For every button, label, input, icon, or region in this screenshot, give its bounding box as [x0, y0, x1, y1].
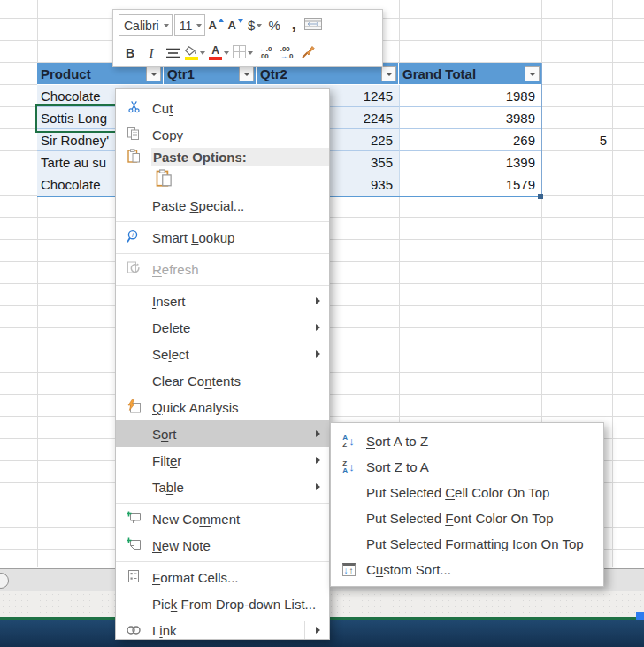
- menu-item-copy[interactable]: Copy: [116, 121, 329, 148]
- submenu-item-sort-z-to-a[interactable]: ZA↓Sort Z to A: [331, 454, 603, 480]
- fill-color-button[interactable]: [185, 42, 205, 64]
- shrink-font-button[interactable]: A: [226, 15, 244, 36]
- chevron-down-icon: [386, 73, 393, 76]
- menu-item-label: Cut: [151, 101, 329, 116]
- new-note-icon: [126, 537, 142, 554]
- chevron-down-icon: [257, 24, 262, 27]
- menu-item-smart-lookup[interactable]: iSmart Lookup: [116, 224, 329, 250]
- menu-item-label: Paste Special...: [151, 198, 329, 213]
- submenu-arrow-icon: [316, 324, 320, 331]
- chevron-down-icon: [248, 51, 253, 55]
- context-menu: CutCopyPaste Options:Paste Special...iSm…: [115, 88, 330, 640]
- menu-item-clear-contents[interactable]: Clear Contents: [116, 367, 329, 394]
- font-name-combo[interactable]: Calibri: [119, 14, 172, 36]
- group-label-text: Paste Options:: [151, 148, 329, 166]
- submenu-item-cell-color-on-top[interactable]: Put Selected Cell Color On Top: [331, 480, 603, 505]
- cell-grand-total[interactable]: 269: [399, 129, 541, 151]
- submenu-item-custom-sort[interactable]: ↓↑Custom Sort...: [331, 557, 603, 582]
- submenu-arrow-icon: [316, 457, 320, 464]
- increase-decimal-icon: .00→.0: [280, 46, 294, 60]
- submenu-item-font-color-on-top[interactable]: Put Selected Font Color On Top: [331, 505, 603, 531]
- menu-item-label: Format Cells...: [151, 570, 329, 585]
- menu-item-quick-analysis[interactable]: Quick Analysis: [116, 394, 329, 420]
- menu-item-delete[interactable]: Delete: [116, 314, 329, 341]
- new-comment-icon: [126, 511, 142, 528]
- sort-submenu: AZ↓Sort A to ZZA↓Sort Z to APut Selected…: [330, 422, 604, 587]
- accounting-format-button[interactable]: $: [246, 15, 264, 36]
- menu-item-new-note[interactable]: New Note: [116, 532, 329, 558]
- menu-item-link[interactable]: Link: [116, 617, 329, 640]
- menu-item-filter[interactable]: Filter: [116, 447, 329, 474]
- filter-button[interactable]: [381, 66, 396, 81]
- table-resize-handle[interactable]: [538, 194, 543, 199]
- center-align-button[interactable]: [164, 42, 181, 64]
- submenu-arrow-icon: [316, 483, 320, 490]
- link-icon: [126, 623, 142, 638]
- increase-decimal-button[interactable]: .00→.0: [278, 42, 295, 64]
- cell-grand-total[interactable]: 1399: [399, 151, 541, 173]
- center-align-icon: [166, 46, 180, 61]
- submenu-item-sort-a-to-z[interactable]: AZ↓Sort A to Z: [331, 428, 603, 454]
- format-painter-button[interactable]: [299, 42, 317, 64]
- gridline-vertical: [612, 0, 613, 567]
- cell-grand-total[interactable]: 1579: [399, 173, 541, 196]
- combo-value: Calibri: [124, 19, 159, 33]
- comma-style-button[interactable]: ,: [285, 15, 303, 36]
- menu-item-label: Link: [151, 623, 329, 638]
- filter-button[interactable]: [146, 66, 161, 81]
- decrease-decimal-button[interactable]: ←.0.00: [257, 42, 274, 64]
- smart-lookup-icon: i: [126, 229, 142, 246]
- font-color-button[interactable]: A: [209, 42, 229, 64]
- menu-item-label: Pick From Drop-down List...: [151, 597, 329, 612]
- menu-item-label: Delete: [151, 320, 329, 335]
- chevron-down-icon: [200, 51, 205, 55]
- borders-button[interactable]: [233, 42, 253, 64]
- menu-item-label: New Note: [151, 538, 329, 553]
- button-glyph: A: [211, 46, 219, 56]
- menu-item-label: Insert: [151, 294, 329, 309]
- menu-item-label: New Comment: [151, 512, 329, 527]
- filter-button[interactable]: [239, 66, 254, 81]
- submenu-item-label: Sort Z to A: [366, 459, 603, 474]
- menu-item-select[interactable]: Select: [116, 341, 329, 367]
- font-size-combo[interactable]: 11: [174, 14, 206, 36]
- paste-keep-source-formatting-button[interactable]: [151, 166, 176, 191]
- menu-item-paste-special[interactable]: Paste Special...: [116, 192, 329, 219]
- refresh-icon: [126, 261, 141, 278]
- fill-color-icon: [185, 46, 198, 60]
- chevron-down-icon: [529, 73, 536, 76]
- submenu-item-formatting-icon-on-top[interactable]: Put Selected Formatting Icon On Top: [331, 531, 603, 557]
- excel-screen: ProductQtr1Qtr2Grand Total Chocolate1245…: [0, 0, 644, 647]
- table-autofit-icon: [304, 18, 322, 33]
- menu-item-pick-from-list[interactable]: Pick From Drop-down List...: [116, 590, 329, 617]
- menu-item-label: Filter: [151, 453, 329, 468]
- column-header-label: Grand Total: [402, 66, 476, 81]
- filter-button[interactable]: [525, 66, 540, 81]
- menu-item-label: Clear Contents: [151, 374, 329, 389]
- italic-button[interactable]: I: [142, 42, 160, 64]
- menu-item-label: Quick Analysis: [151, 400, 329, 415]
- column-header-label: Qtr2: [260, 66, 288, 81]
- bold-button[interactable]: B: [121, 42, 139, 64]
- menu-item-sort[interactable]: Sort: [116, 420, 329, 447]
- menu-item-new-comment[interactable]: New Comment: [116, 505, 329, 532]
- grow-font-button[interactable]: A: [207, 15, 225, 36]
- menu-item-insert[interactable]: Insert: [116, 288, 329, 314]
- corner-chip: [636, 612, 644, 620]
- menu-item-cut[interactable]: Cut: [116, 95, 329, 121]
- menu-item-table[interactable]: Table: [116, 474, 329, 500]
- button-glyph: B: [126, 46, 134, 60]
- submenu-item-label: Put Selected Formatting Icon On Top: [366, 536, 603, 551]
- menu-item-format-cells[interactable]: Format Cells...: [116, 564, 329, 590]
- table-format-button[interactable]: [304, 15, 322, 36]
- submenu-arrow-icon: [316, 297, 320, 304]
- sort-az-icon: AZ↓: [342, 435, 354, 448]
- paste-options-row: [116, 166, 329, 192]
- button-glyph: ,: [291, 19, 296, 27]
- clipboard-icon: [126, 149, 141, 166]
- mini-toolbar-row-2: BIA←.0.00.00→.0: [113, 41, 382, 65]
- cell-grand-total[interactable]: 1989: [399, 85, 541, 107]
- cell-grand-total[interactable]: 3989: [399, 107, 541, 129]
- cell-outside-value[interactable]: 5: [541, 129, 612, 151]
- percent-style-button[interactable]: %: [265, 15, 283, 36]
